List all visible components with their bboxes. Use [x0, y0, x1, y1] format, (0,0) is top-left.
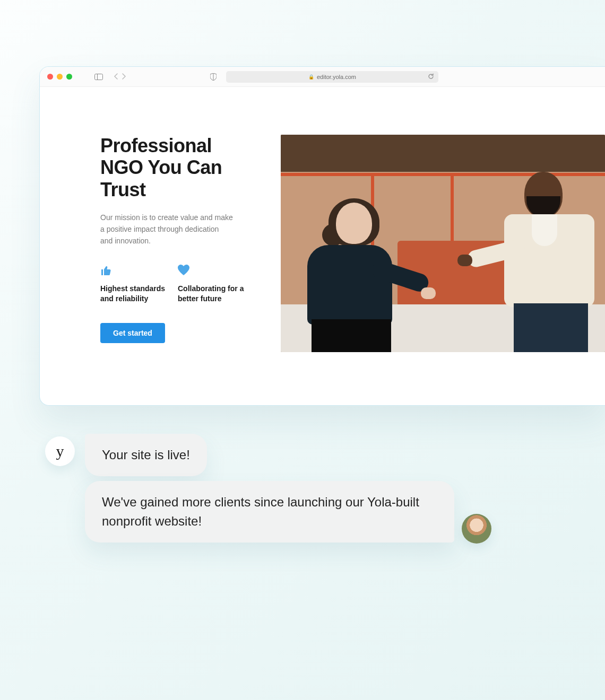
- browser-window: 🔒 editor.yola.com Professional NGO You C…: [39, 66, 605, 406]
- reload-icon[interactable]: [428, 73, 434, 81]
- svg-rect-0: [95, 74, 103, 80]
- browser-toolbar: 🔒 editor.yola.com: [40, 67, 605, 87]
- window-controls: [47, 74, 72, 80]
- url-text: editor.yola.com: [317, 74, 356, 80]
- feature-collaboration: Collaborating for a better future: [178, 265, 246, 304]
- lock-icon: 🔒: [308, 74, 314, 80]
- maximize-icon[interactable]: [66, 74, 72, 80]
- page-content: Professional NGO You Can Trust Our missi…: [40, 87, 605, 352]
- chat-bubble-system: Your site is live!: [85, 434, 207, 476]
- hero-heading: Professional NGO You Can Trust: [100, 135, 254, 200]
- user-avatar: [462, 514, 491, 544]
- forward-icon[interactable]: [122, 72, 126, 82]
- person-left: [286, 182, 392, 352]
- hero-subtext: Our mission is to create value and make …: [100, 212, 233, 247]
- brand-avatar: y: [45, 436, 75, 466]
- chat-text: Your site is live!: [102, 448, 190, 462]
- back-icon[interactable]: [114, 72, 118, 82]
- thumbs-up-icon: [100, 265, 168, 276]
- person-right: [499, 161, 600, 352]
- get-started-button[interactable]: Get started: [100, 323, 165, 343]
- close-icon[interactable]: [47, 74, 53, 80]
- chat-bubble-user: We've gained more clients since launchin…: [85, 481, 454, 542]
- brand-initial: y: [56, 442, 64, 460]
- address-bar[interactable]: 🔒 editor.yola.com: [226, 71, 438, 83]
- hero-image: [281, 135, 605, 352]
- feature-label: Collaborating for a better future: [178, 284, 246, 304]
- feature-label: Highest standards and reliability: [100, 284, 168, 304]
- nav-arrows: [114, 72, 126, 82]
- feature-standards: Highest standards and reliability: [100, 265, 168, 304]
- heart-icon: [178, 265, 246, 276]
- sidebar-toggle-icon[interactable]: [94, 74, 103, 80]
- chat-text: We've gained more clients since launchin…: [102, 495, 419, 528]
- minimize-icon[interactable]: [57, 74, 63, 80]
- feature-row: Highest standards and reliability Collab…: [100, 265, 254, 304]
- shield-icon[interactable]: [210, 73, 217, 81]
